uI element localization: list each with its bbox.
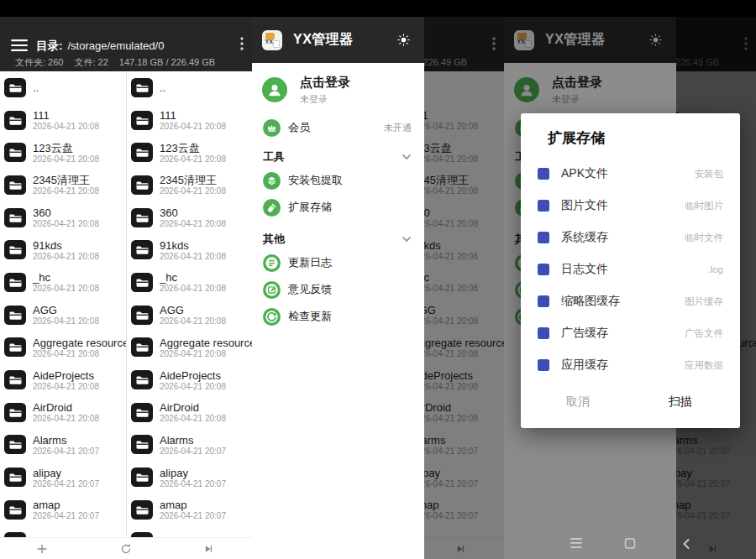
drawer-item-label: 检查更新 [288,309,332,324]
file-row[interactable]: Android [0,526,126,537]
checkbox-checked[interactable] [538,168,549,180]
dialog-item-系统缓存[interactable]: 系统缓存临时文件 [521,222,740,253]
dialog-item-缩略图缓存[interactable]: 缩略图缓存图片缓存 [521,285,740,317]
checkbox-checked[interactable] [538,264,549,275]
file-date: 2026-04-21 20:08 [160,219,226,228]
file-row[interactable]: AideProjects2026-04-21 20:08 [127,363,252,396]
directory-path: /storage/emulated/0 [68,39,165,52]
dialog-item-日志文件[interactable]: 日志文件.log [521,253,740,285]
refresh-icon[interactable] [119,542,134,556]
file-name: AirDroid [160,401,226,414]
panel-file-browser: 目录:/storage/emulated/0 文件夹: 260文件: 22147… [0,0,252,559]
directory-label: 目录: [36,39,63,52]
file-date: 2026-04-21 20:08 [33,122,99,131]
file-row[interactable]: 123云盘2026-04-21 20:08 [127,136,252,169]
checkbox-checked[interactable] [538,327,549,339]
file-row[interactable]: Android [127,526,252,537]
login-row[interactable]: 点击登录 未登录 [262,73,424,107]
file-row[interactable]: _hc2026-04-21 20:08 [0,266,126,299]
drawer-item-更新日志[interactable]: 更新日志 [263,249,412,276]
file-name: Aggregate resources [33,337,126,349]
drawer-item-检查更新[interactable]: 检查更新 [263,303,412,330]
drawer-item-扩展存储[interactable]: 扩展存储 [263,194,412,221]
file-name: 91kds [33,239,99,252]
file-row[interactable]: alipay2026-04-21 20:07 [0,461,126,494]
skip-to-end-icon[interactable] [202,543,214,555]
file-row[interactable]: amap2026-04-21 20:07 [0,494,126,526]
file-row[interactable]: 3602026-04-21 20:08 [0,201,126,234]
checkbox-checked[interactable] [538,295,549,307]
drawer-item-安装包提取[interactable]: 安装包提取 [263,167,412,194]
file-date: 2026-04-21 20:08 [33,382,99,391]
checkbox-checked[interactable] [538,200,549,212]
folder-icon [4,468,26,487]
drawer-sections: 工具安装包提取扩展存储其他更新日志意见反馈检查更新 [252,147,424,330]
vip-row[interactable]: 会员 未开通 [263,117,412,138]
drawer-section-header[interactable]: 工具 [263,147,412,167]
checkbox-checked[interactable] [538,359,549,371]
nav-home-icon[interactable] [625,538,636,549]
status-bar [0,0,252,17]
file-row[interactable]: 123云盘2026-04-21 20:08 [0,136,126,169]
file-row[interactable]: alipay2026-04-21 20:07 [127,461,252,494]
dialog-item-应用缓存[interactable]: 应用缓存应用数据 [521,349,740,381]
chevron-down-icon [402,236,412,243]
dialog-item-广告缓存[interactable]: 广告缓存广告文件 [521,317,740,349]
add-icon[interactable] [34,541,50,556]
file-list-column-1: ..1112026-04-21 20:08123云盘2026-04-21 20:… [0,71,126,537]
file-date: 2026-04-21 20:08 [160,414,226,423]
checkbox-checked[interactable] [538,232,549,243]
file-row[interactable]: amap2026-04-21 20:07 [127,494,252,526]
vip-label: 会员 [288,120,384,135]
folder-icon [4,306,26,325]
file-row[interactable]: 1112026-04-21 20:08 [127,104,252,137]
file-row[interactable]: Aggregate resources2026-04-21 20:08 [0,332,126,364]
file-row[interactable]: 3602026-04-21 20:08 [127,201,252,234]
file-row[interactable]: Aggregate resources2026-04-21 20:08 [127,332,252,364]
file-row[interactable]: 91kds2026-04-21 20:08 [127,233,252,266]
file-name: 2345清理王 [33,174,99,186]
file-row[interactable]: .. [127,71,252,104]
file-row[interactable]: AideProjects2026-04-21 20:08 [0,363,126,396]
cancel-button[interactable]: 取消 [566,394,590,410]
folder-icon [131,273,153,292]
file-row[interactable]: 91kds2026-04-21 20:08 [0,233,126,266]
nav-back-icon[interactable] [683,538,690,550]
dialog-item-APK文件[interactable]: APK文件安装包 [521,158,740,190]
folder-icon [131,337,153,357]
folder-icon [131,143,153,162]
file-name: AideProjects [33,369,99,382]
dialog-item-图片文件[interactable]: 图片文件临时图片 [521,190,740,222]
menu-hamburger-icon[interactable] [11,39,28,55]
file-row[interactable]: 1112026-04-21 20:08 [0,104,126,137]
folder-icon [131,403,153,422]
file-row[interactable]: 2345清理王2026-04-21 20:08 [0,169,126,201]
file-row[interactable]: AirDroid2026-04-21 20:08 [127,396,252,429]
dialog-item-label: 缩略图缓存 [561,294,685,309]
file-name: 91kds [160,239,226,252]
folder-icon [4,403,26,422]
scan-button[interactable]: 扫描 [669,394,692,410]
file-row[interactable]: AGG2026-04-21 20:08 [127,299,252,332]
crown-icon [263,119,281,137]
login-title: 点击登录 [300,75,350,91]
drawer-section-header[interactable]: 其他 [263,229,412,249]
dialog-item-label: 广告缓存 [561,326,685,341]
drawer-item-意见反馈[interactable]: 意见反馈 [263,276,412,303]
file-name: amap [160,499,226,511]
file-list-column-2: ..1112026-04-21 20:08123云盘2026-04-21 20:… [126,71,252,537]
app-logo-icon: YX [262,30,282,50]
file-row[interactable]: Alarms2026-04-21 20:07 [0,429,126,462]
file-row[interactable]: AirDroid2026-04-21 20:08 [0,396,126,429]
file-row[interactable]: AGG2026-04-21 20:08 [0,299,126,332]
section-title: 工具 [263,149,402,165]
nav-menu-icon[interactable] [570,538,582,548]
storage-clean-icon [263,199,281,217]
file-row[interactable]: Alarms2026-04-21 20:07 [127,429,252,462]
overflow-menu-icon[interactable] [240,37,244,54]
file-row[interactable]: .. [0,71,126,104]
file-row[interactable]: _hc2026-04-21 20:08 [127,266,252,299]
file-row[interactable]: 2345清理王2026-04-21 20:08 [127,169,252,201]
theme-sun-icon[interactable] [396,33,411,47]
current-directory: 目录:/storage/emulated/0 [36,38,164,54]
